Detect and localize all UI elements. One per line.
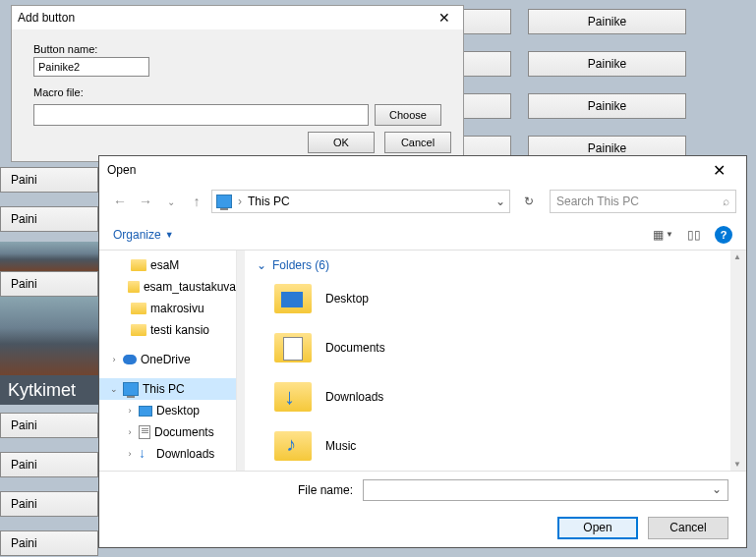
folder-icon [131, 303, 146, 314]
folder-item[interactable]: Downloads [257, 382, 734, 412]
folder-item[interactable]: Desktop [257, 284, 734, 313]
tree-item-documents[interactable]: ›Documents [99, 421, 236, 443]
tree-item[interactable]: makrosivu [99, 298, 236, 319]
tree-item[interactable]: esam_taustakuva [99, 276, 236, 298]
bg-left-button[interactable]: Paini [0, 271, 98, 297]
add-button-dialog: Add button ✕ Button name: Macro file: Ch… [11, 5, 464, 162]
add-dialog-title: Add button [18, 11, 75, 25]
bg-photo [0, 297, 98, 375]
bg-photo [0, 242, 98, 271]
nav-back-icon[interactable]: ← [109, 191, 131, 212]
music-folder-icon [274, 431, 312, 461]
bg-left-button[interactable]: Paini [0, 530, 98, 556]
address-location: This PC [248, 195, 290, 208]
tree-item-desktop[interactable]: ›Desktop [99, 400, 236, 421]
splitter[interactable] [237, 251, 245, 471]
pc-icon [123, 382, 139, 396]
scrollbar[interactable] [730, 251, 746, 471]
nav-forward-icon[interactable]: → [135, 191, 156, 212]
open-dialog-title: Open [107, 163, 136, 177]
desktop-icon [139, 406, 152, 417]
tree-item-downloads[interactable]: ›Downloads [99, 443, 236, 465]
bg-left-button[interactable]: Paini [0, 452, 98, 477]
folders-section-header[interactable]: ⌄Folders (6) [257, 258, 734, 272]
button-name-label: Button name: [33, 43, 441, 55]
folder-item[interactable]: Music [257, 431, 734, 461]
organize-menu[interactable]: Organize▼ [113, 228, 174, 242]
downloads-folder-icon [274, 382, 312, 412]
button-name-input[interactable] [33, 57, 149, 77]
cancel-button[interactable]: Cancel [648, 517, 728, 539]
address-bar[interactable]: › This PC ⌄ [211, 190, 510, 213]
open-file-dialog: Open ✕ ← → ⌄ ↑ › This PC ⌄ ↻ Search This… [98, 155, 747, 548]
preview-pane-icon[interactable]: ▯▯ [687, 228, 701, 242]
nav-up-icon[interactable]: ↑ [186, 191, 207, 212]
folder-icon [131, 259, 146, 271]
download-icon [139, 447, 152, 461]
pc-icon [216, 195, 232, 208]
macro-file-input[interactable] [33, 104, 369, 126]
file-name-input[interactable] [363, 479, 728, 501]
search-icon: ⌕ [723, 195, 729, 208]
bg-left-button[interactable]: Paini [0, 167, 98, 193]
nav-tree: esaM esam_taustakuva makrosivu testi kan… [99, 251, 237, 471]
bg-left-button[interactable]: Paini [0, 206, 98, 232]
cancel-button[interactable]: Cancel [384, 132, 451, 153]
open-button[interactable]: Open [557, 517, 638, 539]
bg-button[interactable]: Painike [528, 93, 686, 119]
tree-item[interactable]: testi kansio [99, 319, 236, 341]
refresh-icon[interactable]: ↻ [518, 191, 540, 212]
documents-folder-icon [274, 333, 312, 362]
bg-left-button[interactable]: Paini [0, 413, 98, 438]
bg-button[interactable]: Painike [528, 9, 686, 34]
help-icon[interactable]: ? [715, 226, 732, 244]
close-icon[interactable]: ✕ [699, 157, 738, 183]
section-heading: Kytkimet [0, 375, 98, 405]
tree-item-onedrive[interactable]: ›OneDrive [99, 349, 236, 370]
tree-item-thispc[interactable]: ⌄This PC [99, 378, 236, 400]
nav-recent-icon[interactable]: ⌄ [160, 191, 182, 212]
document-icon [139, 425, 150, 439]
search-input[interactable]: Search This PC ⌕ [550, 190, 736, 213]
close-icon[interactable]: ✕ [432, 8, 457, 28]
ok-button[interactable]: OK [308, 132, 375, 153]
bg-left-button[interactable]: Paini [0, 491, 98, 517]
onedrive-icon [123, 355, 137, 364]
desktop-folder-icon [274, 284, 312, 313]
tree-item[interactable]: esaM [99, 254, 236, 276]
folder-icon [128, 281, 140, 293]
view-options-icon[interactable]: ▦ ▼ [653, 228, 673, 242]
file-name-label: File name: [117, 483, 353, 497]
macro-file-label: Macro file: [33, 86, 441, 98]
folder-content: ⌄Folders (6) Desktop Documents Downloads… [245, 251, 746, 471]
bg-button[interactable]: Painike [528, 51, 686, 77]
search-placeholder: Search This PC [556, 195, 639, 208]
folder-item[interactable]: Documents [257, 333, 734, 362]
choose-button[interactable]: Choose [375, 104, 441, 126]
folder-icon [131, 324, 146, 336]
